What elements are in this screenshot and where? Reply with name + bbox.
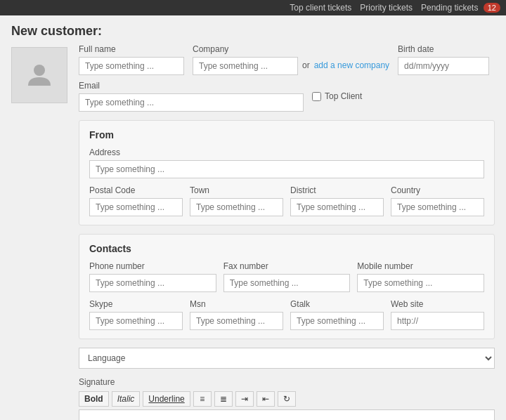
district-field-group: District [290, 185, 384, 216]
contacts-grid-row2: Skype Msn Gtalk Web site [89, 299, 484, 330]
email-label: Email [79, 81, 304, 91]
gtalk-label: Gtalk [290, 299, 384, 309]
gtalk-field-group: Gtalk [290, 299, 384, 330]
indent-button[interactable]: ⇥ [235, 391, 254, 407]
fullname-input[interactable] [79, 57, 184, 75]
email-input[interactable] [79, 93, 304, 112]
postal-code-label: Postal Code [89, 185, 183, 195]
company-row: Company or add a new company [193, 44, 389, 75]
top-client-label: Top Client [325, 91, 362, 101]
email-row: Email Top Client [79, 81, 495, 112]
msn-label: Msn [190, 299, 283, 309]
msn-field-group: Msn [190, 299, 283, 330]
fax-field-group: Fax number [223, 261, 351, 292]
district-label: District [290, 185, 384, 195]
language-select[interactable]: Language [79, 348, 495, 369]
from-section: From Address Postal Code Town District [79, 120, 495, 225]
contacts-grid-row1: Phone number Fax number Mobile number [89, 261, 484, 292]
country-input[interactable] [391, 198, 484, 216]
page-title: New customer: [0, 15, 506, 44]
website-input[interactable] [391, 312, 484, 330]
ordered-list-button[interactable]: ≡ [193, 391, 212, 407]
mobile-label: Mobile number [357, 261, 484, 271]
email-field-group: Email [79, 81, 304, 112]
phone-label: Phone number [89, 261, 216, 271]
top-nav: Top client tickets Priority tickets Pend… [0, 0, 506, 15]
mobile-field-group: Mobile number [357, 261, 484, 292]
form-area: Full name Company or add a new company B… [79, 44, 495, 420]
svg-point-0 [34, 65, 45, 76]
basic-fields-row1: Full name Company or add a new company B… [79, 44, 495, 75]
undo-button[interactable]: ↻ [278, 391, 296, 407]
postal-code-field-group: Postal Code [89, 185, 183, 216]
bold-button[interactable]: Bold [79, 391, 109, 407]
birthdate-input[interactable] [398, 57, 489, 75]
address-input[interactable] [89, 160, 484, 178]
unordered-list-button[interactable]: ≣ [214, 391, 233, 407]
phone-field-group: Phone number [89, 261, 216, 292]
skype-input[interactable] [89, 312, 183, 330]
address-label: Address [89, 147, 484, 157]
gtalk-input[interactable] [290, 312, 384, 330]
company-field-group: Company [193, 44, 298, 75]
signature-toolbar: Bold Italic Underline ≡ ≣ ⇥ ⇤ ↻ [79, 391, 495, 407]
signature-label: Signature [79, 377, 495, 387]
birthdate-label: Birth date [398, 44, 489, 54]
company-input[interactable] [193, 57, 298, 75]
town-label: Town [190, 185, 283, 195]
pending-tickets-nav[interactable]: Pending tickets 12 [421, 3, 500, 13]
top-client-check: Top Client [312, 91, 362, 101]
priority-tickets-nav[interactable]: Priority tickets [360, 3, 413, 13]
phone-input[interactable] [89, 274, 216, 292]
skype-label: Skype [89, 299, 183, 309]
add-company-link[interactable]: add a new company [314, 60, 389, 70]
top-client-checkbox[interactable] [312, 92, 321, 101]
from-section-title: From [89, 129, 484, 140]
town-input[interactable] [190, 198, 283, 216]
main-content: Full name Company or add a new company B… [0, 44, 506, 420]
signature-textarea[interactable] [79, 409, 495, 420]
signature-section: Signature Bold Italic Underline ≡ ≣ ⇥ ⇤ … [79, 377, 495, 420]
fax-label: Fax number [223, 261, 351, 271]
country-label: Country [391, 185, 484, 195]
company-label: Company [193, 44, 298, 54]
outdent-button[interactable]: ⇤ [257, 391, 275, 407]
skype-field-group: Skype [89, 299, 183, 330]
postal-code-input[interactable] [89, 198, 183, 216]
italic-button[interactable]: Italic [112, 391, 141, 407]
country-field-group: Country [391, 185, 484, 216]
avatar-icon [25, 60, 53, 91]
top-client-tickets-nav[interactable]: Top client tickets [290, 3, 351, 13]
fax-input[interactable] [223, 274, 351, 292]
contacts-section-title: Contacts [89, 243, 484, 254]
address-field-group: Address [89, 147, 484, 178]
or-text: or [302, 60, 310, 70]
mobile-input[interactable] [357, 274, 484, 292]
msn-input[interactable] [190, 312, 283, 330]
birthdate-field-group: Birth date [398, 44, 489, 75]
town-field-group: Town [190, 185, 283, 216]
addr-row: Postal Code Town District Country [89, 185, 484, 216]
district-input[interactable] [290, 198, 384, 216]
website-label: Web site [391, 299, 484, 309]
pending-badge: 12 [484, 3, 500, 13]
avatar[interactable] [11, 47, 67, 103]
website-field-group: Web site [391, 299, 484, 330]
fullname-field-group: Full name [79, 44, 184, 75]
fullname-label: Full name [79, 44, 184, 54]
underline-button[interactable]: Underline [143, 391, 190, 407]
contacts-section: Contacts Phone number Fax number Mobile … [79, 234, 495, 339]
